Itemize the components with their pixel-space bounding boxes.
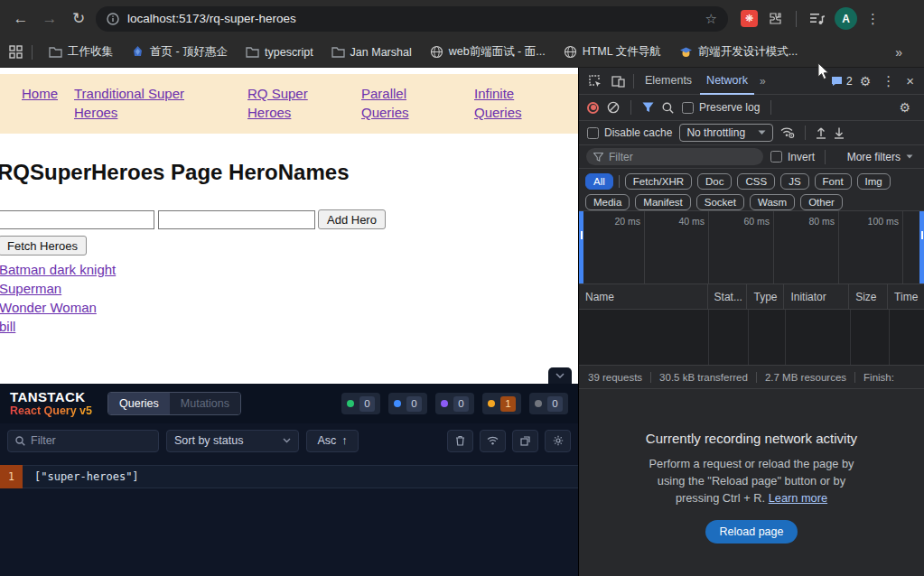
- overview-window-left-handle[interactable]: [579, 211, 583, 283]
- hero-link[interactable]: Batman dark knight: [0, 260, 578, 279]
- column-header-initiator[interactable]: Initiator: [784, 284, 849, 310]
- bookmark-item[interactable]: HTML 文件导航: [556, 41, 668, 63]
- requests-table-body[interactable]: [579, 310, 924, 366]
- browser-menu-icon[interactable]: ⋮: [863, 11, 883, 27]
- address-bar[interactable]: localhost:5173/rq-super-heroes ☆: [96, 6, 728, 32]
- nav-link-home[interactable]: Home: [22, 84, 58, 122]
- chip-media[interactable]: Media: [585, 194, 630, 210]
- chip-js[interactable]: JS: [780, 173, 808, 190]
- status-pill-paused[interactable]: 0: [435, 393, 474, 414]
- rq-clear-cache-button[interactable]: [447, 430, 473, 452]
- chip-img[interactable]: Img: [857, 173, 891, 190]
- status-pill-fresh[interactable]: 0: [341, 393, 380, 414]
- nav-link-traditional[interactable]: Tranditional Super Heroes: [74, 84, 191, 122]
- disable-cache-option[interactable]: Disable cache: [587, 126, 672, 139]
- add-hero-button[interactable]: Add Hero: [318, 209, 386, 229]
- site-info-icon[interactable]: [107, 13, 119, 25]
- device-toolbar-icon[interactable]: [607, 70, 629, 92]
- chip-doc[interactable]: Doc: [697, 173, 732, 190]
- rq-pip-button[interactable]: [512, 430, 538, 452]
- preserve-log-option[interactable]: Preserve log: [682, 101, 760, 114]
- bookmark-item[interactable]: 前端开发设计模式...: [672, 41, 805, 63]
- bookmark-item[interactable]: 首页 - 顶好惠企: [124, 41, 235, 63]
- clear-network-log-icon[interactable]: [607, 101, 620, 114]
- chip-socket[interactable]: Socket: [696, 194, 744, 210]
- network-filter-input[interactable]: [586, 148, 763, 165]
- apps-grid-icon[interactable]: [9, 45, 23, 59]
- column-header-time[interactable]: Time: [888, 284, 924, 310]
- chip-all[interactable]: All: [585, 173, 613, 190]
- preserve-log-checkbox[interactable]: [682, 102, 694, 114]
- status-pill-fetching[interactable]: 0: [388, 393, 427, 414]
- devtools-settings-icon[interactable]: ⚙: [854, 74, 877, 88]
- search-network-icon[interactable]: [662, 102, 674, 114]
- throttling-select[interactable]: No throttling: [679, 124, 773, 142]
- network-conditions-icon[interactable]: [780, 127, 795, 138]
- url-text[interactable]: localhost:5173/rq-super-heroes: [127, 12, 296, 25]
- tab-elements[interactable]: Elements: [639, 68, 698, 95]
- network-overview-ruler[interactable]: 20 ms 40 ms 60 ms 80 ms 100 ms: [579, 211, 924, 284]
- more-tabs-icon[interactable]: »: [756, 75, 770, 88]
- fetch-heroes-button[interactable]: Fetch Heroes: [0, 236, 87, 255]
- devtools-close-icon[interactable]: ×: [901, 73, 919, 88]
- rq-filter-input[interactable]: [7, 430, 159, 452]
- nav-link-infinite[interactable]: Infinite Queries: [474, 84, 530, 122]
- overview-window-right-handle[interactable]: [919, 211, 924, 283]
- bookmark-item[interactable]: Jan Marshal: [324, 42, 419, 62]
- issues-counter[interactable]: 2: [831, 75, 853, 88]
- devtools-menu-icon[interactable]: ⋮: [878, 73, 899, 89]
- column-header-size[interactable]: Size: [849, 284, 888, 310]
- learn-more-link[interactable]: Learn more: [769, 491, 827, 505]
- extensions-puzzle-icon[interactable]: [763, 7, 787, 31]
- more-filters-button[interactable]: More filters: [847, 151, 917, 163]
- chip-css[interactable]: CSS: [737, 173, 775, 190]
- reload-icon[interactable]: ↻: [67, 7, 90, 31]
- back-icon[interactable]: ←: [9, 7, 33, 31]
- hero-name-input[interactable]: [0, 210, 154, 229]
- network-settings-icon[interactable]: ⚙: [893, 100, 916, 115]
- inspect-element-icon[interactable]: [583, 70, 605, 92]
- record-network-log-button[interactable]: [587, 102, 599, 114]
- chip-manifest[interactable]: Manifest: [635, 194, 690, 210]
- reload-page-button[interactable]: Reload page: [705, 520, 798, 543]
- filter-funnel-icon[interactable]: [642, 102, 654, 113]
- chip-fetch-xhr[interactable]: Fetch/XHR: [625, 173, 692, 190]
- column-header-type[interactable]: Type: [747, 284, 784, 310]
- tab-queries[interactable]: Queries: [108, 393, 170, 414]
- rq-devtools-collapse-button[interactable]: [548, 367, 572, 384]
- rq-query-row[interactable]: 1 ["super-heroes"]: [0, 465, 578, 488]
- nav-link-parallel[interactable]: Parallel Queries: [361, 84, 417, 122]
- chip-other[interactable]: Other: [800, 194, 843, 210]
- status-pill-stale[interactable]: 1: [482, 393, 521, 414]
- rq-sort-direction-button[interactable]: Asc ↑: [306, 430, 359, 452]
- rq-devtools-extension-icon[interactable]: ❋: [741, 10, 758, 27]
- tab-network[interactable]: Network: [700, 68, 754, 95]
- invert-checkbox[interactable]: [770, 151, 782, 163]
- column-header-status[interactable]: Stat...: [708, 284, 748, 310]
- rq-filter-field[interactable]: [31, 434, 139, 447]
- rq-settings-button[interactable]: [545, 430, 571, 452]
- hero-link[interactable]: bill: [0, 317, 578, 336]
- invert-filter-option[interactable]: Invert: [770, 151, 815, 163]
- hero-link[interactable]: Wonder Woman: [0, 298, 578, 317]
- column-header-name[interactable]: Name: [579, 284, 708, 310]
- profile-avatar[interactable]: A: [835, 7, 857, 30]
- nav-link-rq-super-heroes[interactable]: RQ Super Heroes: [247, 84, 314, 122]
- rq-sort-select[interactable]: Sort by status: [166, 430, 299, 452]
- disable-cache-checkbox[interactable]: [587, 127, 599, 139]
- forward-icon[interactable]: →: [38, 7, 61, 31]
- bookmarks-overflow-icon[interactable]: »: [895, 45, 915, 60]
- status-pill-inactive[interactable]: 0: [529, 393, 568, 414]
- bookmark-item[interactable]: typescript: [238, 42, 321, 62]
- hero-link[interactable]: Superman: [0, 279, 578, 298]
- network-filter-field[interactable]: [609, 151, 726, 163]
- export-har-icon[interactable]: [834, 127, 845, 139]
- chip-wasm[interactable]: Wasm: [750, 194, 795, 210]
- import-har-icon[interactable]: [816, 127, 826, 139]
- bookmark-item[interactable]: 工作收集: [42, 41, 120, 63]
- media-controls-icon[interactable]: [806, 7, 829, 31]
- tab-mutations[interactable]: Mutations: [170, 393, 240, 414]
- chip-font[interactable]: Font: [815, 173, 852, 190]
- hero-alterego-input[interactable]: [158, 210, 315, 229]
- rq-offline-toggle-button[interactable]: [480, 430, 506, 452]
